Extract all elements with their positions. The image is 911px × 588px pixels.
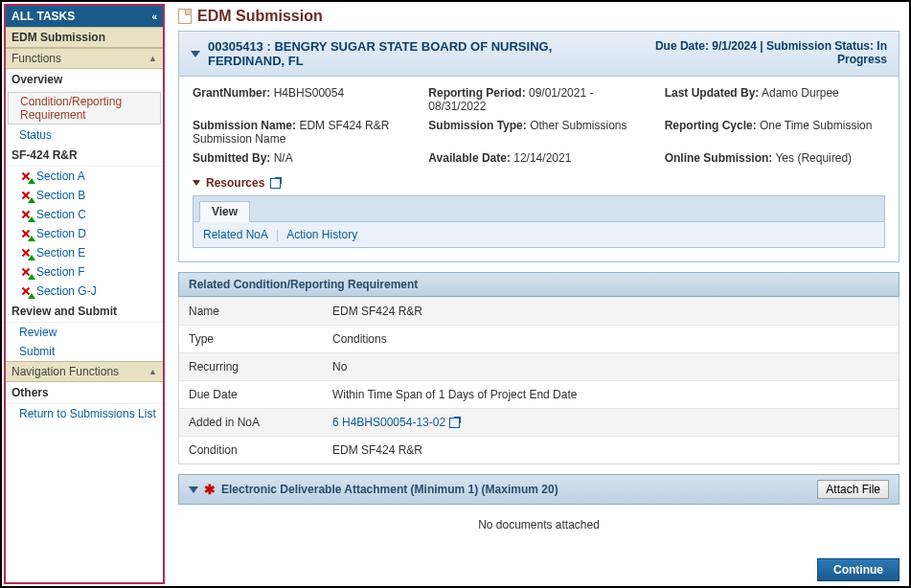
external-link-icon[interactable] xyxy=(270,178,281,189)
collapse-sidebar-icon[interactable]: « xyxy=(151,11,157,22)
nav-item-section-c[interactable]: Section C xyxy=(6,205,163,224)
status-x-icon xyxy=(19,170,33,182)
nav-item-section-b[interactable]: Section B xyxy=(6,186,163,205)
collapse-icon: ▲ xyxy=(148,367,157,376)
nav-item-section-d[interactable]: Section D xyxy=(6,224,163,243)
continue-button[interactable]: Continue xyxy=(817,558,900,581)
status-x-icon xyxy=(19,247,33,259)
grant-header-status: Due Date: 9/1/2024 | Submission Status: … xyxy=(621,39,887,66)
detail-online-submission: Online Submission: Yes (Required) xyxy=(665,151,885,165)
required-star-icon: ✱ xyxy=(204,482,216,497)
condition-table: NameEDM SF424 R&R TypeConditions Recurri… xyxy=(178,297,900,464)
disclosure-triangle-icon[interactable] xyxy=(191,51,200,57)
nav-group-sf424: SF-424 R&R xyxy=(6,145,163,167)
page-title: EDM Submission xyxy=(178,8,900,25)
nav-item-submit[interactable]: Submit xyxy=(6,342,163,361)
divider: | xyxy=(276,228,279,241)
sidebar-content: Overview Condition/Reporting Requirement… xyxy=(6,69,163,361)
table-row: TypeConditions xyxy=(179,325,899,352)
detail-submission-type: Submission Type: Other Submissions xyxy=(428,119,649,146)
link-related-noa[interactable]: Related NoA xyxy=(203,228,268,241)
resources-header: Resources xyxy=(193,176,885,190)
detail-available-date: Available Date: 12/14/2021 xyxy=(428,151,649,165)
link-noa[interactable]: 6 H4BHS00054-13-02 xyxy=(332,416,460,429)
navfuncs-label: Navigation Functions xyxy=(11,365,119,378)
nav-group-overview: Overview xyxy=(6,69,163,91)
link-action-history[interactable]: Action History xyxy=(286,228,357,241)
grant-header-panel: 00305413 : BENGRY SUGAR STATE BOARD OF N… xyxy=(178,31,900,77)
status-x-icon xyxy=(19,228,33,239)
section-condition-header: Related Condition/Reporting Requirement xyxy=(178,272,900,297)
functions-label: Functions xyxy=(11,52,61,65)
external-link-icon xyxy=(449,418,460,428)
section-attachment-header: ✱ Electronic Deliverable Attachment (Min… xyxy=(178,474,900,505)
detail-grant-number: GrantNumber: H4BHS00054 xyxy=(193,86,413,113)
table-row: NameEDM SF424 R&R xyxy=(179,297,899,325)
table-row: Due DateWithin Time Span of 1 Days of Pr… xyxy=(179,380,899,408)
status-x-icon xyxy=(19,209,33,220)
sidebar-navfuncs-content: Others Return to Submissions List xyxy=(6,382,163,423)
attach-file-button[interactable]: Attach File xyxy=(817,480,889,499)
table-row: ConditionEDM SF424 R&R xyxy=(179,436,899,464)
detail-reporting-cycle: Reporting Cycle: One Time Submission xyxy=(665,119,885,146)
nav-group-others: Others xyxy=(6,382,163,404)
table-row: Added in NoA6 H4BHS00054-13-02 xyxy=(179,408,899,436)
sidebar-section-edm: EDM Submission xyxy=(6,27,163,48)
collapse-icon: ▲ xyxy=(148,54,157,63)
nav-item-section-e[interactable]: Section E xyxy=(6,243,163,262)
detail-last-updated: Last Updated By: Adamo Durpee xyxy=(665,86,885,113)
sidebar-section-functions[interactable]: Functions ▲ xyxy=(6,48,163,69)
main-content: EDM Submission 00305413 : BENGRY SUGAR S… xyxy=(165,2,909,586)
disclosure-triangle-icon[interactable] xyxy=(193,180,200,186)
detail-submission-name: Submission Name: EDM SF424 R&R Submissio… xyxy=(193,119,413,146)
nav-item-status[interactable]: Status xyxy=(6,125,163,145)
no-documents-message: No documents attached xyxy=(178,505,900,545)
sidebar-section-navfuncs[interactable]: Navigation Functions ▲ xyxy=(6,361,163,382)
resources-tab-body: Related NoA | Action History xyxy=(193,221,885,248)
nav-item-section-gj[interactable]: Section G-J xyxy=(6,282,163,301)
nav-item-section-f[interactable]: Section F xyxy=(6,262,163,282)
disclosure-triangle-icon[interactable] xyxy=(189,486,198,493)
app-frame: ALL TASKS « EDM Submission Functions ▲ O… xyxy=(0,0,911,588)
nav-group-review-submit: Review and Submit xyxy=(6,301,163,323)
document-icon xyxy=(178,9,192,24)
nav-item-return[interactable]: Return to Submissions List xyxy=(6,404,163,423)
sidebar: ALL TASKS « EDM Submission Functions ▲ O… xyxy=(4,4,165,584)
detail-submitted-by: Submitted By: N/A xyxy=(193,151,413,165)
tab-view[interactable]: View xyxy=(199,201,250,222)
status-x-icon xyxy=(19,285,33,297)
status-x-icon xyxy=(19,266,33,278)
nav-item-review[interactable]: Review xyxy=(6,323,163,342)
sidebar-title: ALL TASKS xyxy=(11,10,75,23)
detail-reporting-period: Reporting Period: 09/01/2021 - 08/31/202… xyxy=(428,86,649,113)
nav-item-condition-reporting[interactable]: Condition/Reporting Requirement xyxy=(8,92,161,124)
status-x-icon xyxy=(19,190,33,201)
grant-details-panel: GrantNumber: H4BHS00054 Reporting Period… xyxy=(178,77,900,262)
nav-item-section-a[interactable]: Section A xyxy=(6,167,163,186)
resources-tabstrip: View xyxy=(193,195,885,221)
sidebar-header: ALL TASKS « xyxy=(6,6,163,27)
table-row: RecurringNo xyxy=(179,352,899,380)
grant-header-title: 00305413 : BENGRY SUGAR STATE BOARD OF N… xyxy=(208,39,621,68)
